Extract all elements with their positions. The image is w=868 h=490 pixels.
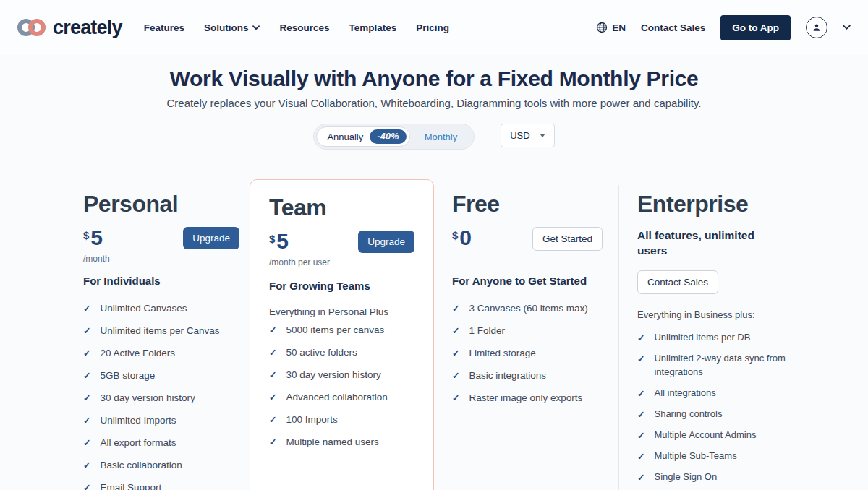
check-icon: ✓: [637, 408, 644, 421]
account-menu-chevron-icon[interactable]: [843, 25, 851, 30]
main-nav: Features Solutions Resources Templates P…: [144, 22, 449, 33]
plan-team-period: /month per user: [269, 257, 330, 267]
language-label: EN: [612, 22, 626, 33]
feature-item: ✓ 1 Folder: [452, 324, 603, 338]
feature-item: ✓ All integrations: [637, 387, 815, 400]
globe-icon: [596, 22, 608, 33]
check-icon: ✓: [269, 436, 276, 450]
plan-free-price: $ 0: [452, 227, 472, 249]
check-icon: ✓: [452, 369, 459, 383]
check-icon: ✓: [83, 414, 90, 428]
language-selector[interactable]: EN: [596, 22, 626, 33]
personal-feature-list: ✓ Unlimited Canvases ✓ Unlimited items p…: [83, 301, 239, 490]
check-icon: ✓: [83, 392, 90, 405]
feature-item: ✓ Multiple Account Admins: [637, 429, 815, 442]
page-title: Work Visually with Anyone for a Fixed Mo…: [0, 66, 868, 91]
chevron-down-icon: [540, 134, 545, 137]
nav-item-pricing[interactable]: Pricing: [416, 22, 449, 33]
user-icon: [811, 22, 822, 33]
creately-logo[interactable]: creately: [17, 17, 122, 39]
check-icon: ✓: [83, 302, 90, 316]
hero-section: Work Visually with Anyone for a Fixed Mo…: [0, 66, 868, 109]
feature-item: ✓ 20 Active Folders: [83, 346, 239, 361]
plan-team-price: $ 5: [269, 231, 330, 252]
header-right-actions: EN Contact Sales Go to App: [596, 15, 851, 40]
plan-team: Team $ 5 /month per user Upgrade For Gro…: [250, 179, 434, 490]
annually-label: Annually: [327, 132, 363, 142]
plan-personal-tagline: For Individuals: [83, 275, 239, 287]
check-icon: ✓: [637, 450, 644, 463]
creately-logo-icon: [17, 19, 46, 36]
top-navigation-bar: creately Features Solutions Resources Te…: [0, 0, 868, 55]
plan-team-lead: Everything in Personal Plus: [269, 306, 414, 317]
check-icon: ✓: [83, 347, 90, 361]
plan-team-tagline: For Growing Teams: [269, 280, 414, 292]
plan-enterprise-lead: Everything in Business plus:: [637, 309, 815, 320]
plan-free-tagline: For Anyone to Get Started: [452, 275, 603, 287]
feature-item: ✓ Single Sign On: [637, 470, 815, 484]
plan-free-name: Free: [452, 191, 603, 218]
feature-item: ✓ Multiple named users: [269, 435, 414, 450]
check-icon: ✓: [83, 437, 90, 450]
free-get-started-button[interactable]: Get Started: [532, 227, 603, 251]
check-icon: ✓: [452, 302, 459, 316]
feature-item: ✓ Unlimited 2-way data sync from integra…: [637, 352, 815, 379]
creately-wordmark: creately: [53, 17, 122, 39]
plan-personal: Personal $ 5 /month Upgrade For Individu…: [83, 179, 239, 490]
check-icon: ✓: [83, 459, 90, 473]
feature-item: ✓ 5000 items per canvas: [269, 323, 414, 338]
check-icon: ✓: [83, 324, 90, 338]
plan-personal-period: /month: [83, 254, 110, 264]
column-divider: [618, 185, 619, 490]
plan-enterprise: Enterprise All features, unlimited users…: [637, 179, 815, 490]
nav-item-templates[interactable]: Templates: [349, 22, 397, 33]
team-upgrade-button[interactable]: Upgrade: [358, 231, 414, 253]
feature-item: ✓ Basic integrations: [452, 369, 603, 383]
feature-item: ✓ All export formats: [83, 436, 239, 450]
check-icon: ✓: [452, 392, 459, 405]
feature-item: ✓ Unlimited items per DB: [637, 331, 815, 345]
chevron-down-icon: [252, 25, 260, 30]
feature-item: ✓ Basic collaboration: [83, 458, 239, 473]
feature-item: ✓ 50 active folders: [269, 345, 414, 360]
feature-item: ✓ 30 day version history: [269, 368, 414, 382]
check-icon: ✓: [83, 481, 90, 490]
check-icon: ✓: [269, 413, 276, 427]
check-icon: ✓: [637, 387, 644, 400]
feature-item: ✓ Raster image only exports: [452, 391, 603, 405]
nav-item-features[interactable]: Features: [144, 22, 184, 33]
personal-upgrade-button[interactable]: Upgrade: [183, 227, 239, 249]
feature-item: ✓ 5GB storage: [83, 369, 239, 383]
nav-item-solutions[interactable]: Solutions: [204, 22, 260, 33]
plan-free: Free $ 0 Get Started For Anyone to Get S…: [452, 179, 603, 413]
feature-item: ✓ Multiple Sub-Teams: [637, 450, 815, 463]
check-icon: ✓: [637, 353, 644, 379]
currency-value: USD: [510, 130, 529, 141]
go-to-app-button[interactable]: Go to App: [720, 15, 791, 40]
toggle-monthly[interactable]: Monthly: [410, 132, 472, 142]
check-icon: ✓: [269, 369, 276, 382]
billing-controls: Annually -40% Monthly USD: [0, 124, 868, 150]
check-icon: ✓: [83, 369, 90, 383]
feature-item: ✓ Unlimited items per Canvas: [83, 324, 239, 338]
free-feature-list: ✓ 3 Canvases (60 items max) ✓ 1 Folder ✓…: [452, 301, 603, 405]
feature-item: ✓ Advanced collaboration: [269, 390, 414, 405]
feature-item: ✓ 3 Canvases (60 items max): [452, 301, 603, 316]
currency-dropdown[interactable]: USD: [501, 124, 554, 147]
enterprise-feature-list: ✓ Unlimited items per DB ✓ Unlimited 2-w…: [637, 331, 815, 490]
nav-item-resources[interactable]: Resources: [279, 22, 329, 33]
plan-enterprise-tagline: All features, unlimited users: [637, 228, 762, 259]
check-icon: ✓: [452, 347, 459, 361]
check-icon: ✓: [269, 324, 276, 338]
check-icon: ✓: [269, 391, 276, 405]
feature-item: ✓ Unlimited Canvases: [83, 301, 239, 316]
contact-sales-link[interactable]: Contact Sales: [641, 22, 705, 33]
check-icon: ✓: [637, 471, 644, 484]
check-icon: ✓: [637, 429, 644, 442]
toggle-annually[interactable]: Annually -40%: [316, 126, 409, 147]
account-avatar[interactable]: [806, 17, 827, 38]
feature-item: ✓ Email Support: [83, 481, 239, 490]
discount-badge: -40%: [370, 129, 406, 144]
plan-enterprise-name: Enterprise: [637, 191, 815, 218]
enterprise-contact-sales-button[interactable]: Contact Sales: [637, 270, 718, 294]
